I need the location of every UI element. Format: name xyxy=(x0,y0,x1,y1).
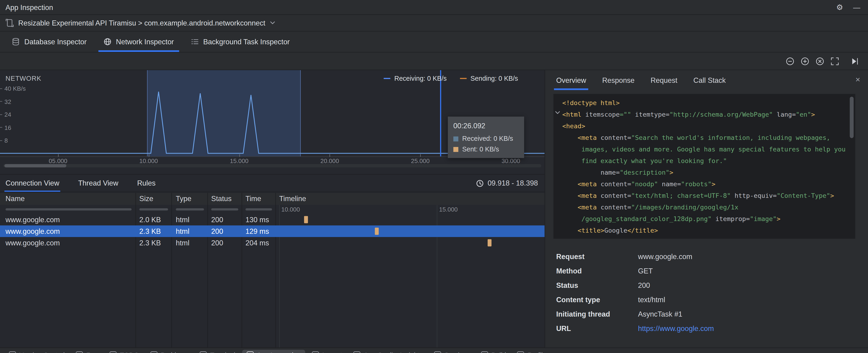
cell-size: 2.0 KB xyxy=(139,216,161,224)
connections-tab-bar: Connection View Thread View Rules 09.918… xyxy=(0,174,545,192)
tool-window-button-logcat[interactable]: Logcat xyxy=(307,350,346,353)
x-axis-tickmark xyxy=(149,154,149,157)
y-axis-tick: 16 xyxy=(0,124,11,131)
tab-database-inspector[interactable]: Database Inspector xyxy=(3,32,95,52)
chart-hscrollbar-thumb[interactable] xyxy=(4,164,66,167)
cell-time: 204 ms xyxy=(246,239,269,247)
process-selector[interactable]: Resizable Experimental API Tiramisu > co… xyxy=(0,15,868,31)
tooltip-received: Received: 0 KB/s xyxy=(453,135,519,142)
column-timeline[interactable]: Timeline xyxy=(279,195,306,203)
tool-window-button-todo[interactable]: TODO xyxy=(105,350,144,353)
detail-value: AsyncTask #1 xyxy=(638,310,682,318)
cell-name: www.google.com xyxy=(6,227,60,235)
column-size[interactable]: Size xyxy=(139,195,153,203)
close-icon[interactable]: × xyxy=(856,75,860,84)
cell-type: html xyxy=(176,239,190,247)
settings-gear-icon[interactable]: ⚙ xyxy=(836,3,843,11)
zoom-to-selection-button[interactable] xyxy=(828,55,841,68)
column-status[interactable]: Status xyxy=(211,195,231,203)
chevron-down-icon xyxy=(270,21,275,25)
cell-time: 130 ms xyxy=(246,216,269,224)
column-scroll-indicator xyxy=(211,208,238,211)
detail-row-method: Method GET xyxy=(556,267,859,275)
url-link[interactable]: https://www.google.com xyxy=(638,324,714,332)
timeline-ruler-label: 10.000 xyxy=(279,206,300,213)
y-axis-tick: 8 xyxy=(0,137,8,144)
zoom-controls xyxy=(783,55,862,68)
zoom-out-button[interactable] xyxy=(783,55,797,68)
inspector-tab-bar: Database Inspector Network Inspector Bac… xyxy=(0,32,868,53)
tab-request[interactable]: Request xyxy=(651,70,677,90)
cell-type: html xyxy=(176,216,190,224)
code-line: <head> xyxy=(562,120,850,132)
chart-tooltip: 00:26.092 Received: 0 KB/s Sent: 0 KB/s xyxy=(448,117,524,158)
detail-row-request: Request www.google.com xyxy=(556,253,859,261)
titlebar: App Inspection ⚙ — xyxy=(0,0,868,15)
tab-label: Response xyxy=(602,76,634,85)
problems-icon xyxy=(150,351,157,353)
tab-response[interactable]: Response xyxy=(602,70,634,90)
tool-window-button-run[interactable]: Run xyxy=(71,350,103,353)
process-selector-label: Resizable Experimental API Tiramisu > co… xyxy=(18,19,266,27)
tab-label: Call Stack xyxy=(693,76,726,85)
cell-type: html xyxy=(176,227,190,235)
detail-value: text/html xyxy=(638,295,665,304)
column-scroll-indicator xyxy=(176,208,204,211)
tool-window-button-services[interactable]: Services xyxy=(429,350,474,353)
minimize-icon[interactable]: — xyxy=(853,3,860,11)
y-axis-tick: 40 KB/s xyxy=(0,85,26,92)
column-scroll-indicator xyxy=(139,208,168,211)
detail-tab-bar: Overview Response Request Call Stack × xyxy=(545,70,868,90)
tool-window-button-terminal[interactable]: Terminal xyxy=(195,350,240,353)
sent-swatch xyxy=(453,147,458,152)
cell-name: www.google.com xyxy=(6,216,60,224)
tool-window-button-version-control[interactable]: Version Control xyxy=(4,350,69,353)
cell-time: 129 ms xyxy=(246,227,269,235)
tab-background-task-inspector[interactable]: Background Task Inspector xyxy=(182,32,298,52)
globe-icon xyxy=(103,38,112,46)
code-scrollbar-thumb[interactable] xyxy=(850,97,854,138)
chart-legend: Receiving: 0 KB/s Sending: 0 KB/s xyxy=(384,75,518,82)
x-axis-label: 10.000 xyxy=(139,158,158,164)
sending-line-swatch xyxy=(460,78,467,79)
table-row[interactable]: www.google.com 2.3 KB html 200 204 ms xyxy=(0,237,545,249)
task-list-icon xyxy=(190,38,199,46)
tool-window-label: Problems xyxy=(161,351,189,353)
table-row[interactable]: www.google.com 2.3 KB html 200 129 ms xyxy=(0,225,545,237)
tab-connection-view[interactable]: Connection View xyxy=(6,174,59,192)
tool-window-button-problems[interactable]: Problems xyxy=(146,350,193,353)
cell-name: www.google.com xyxy=(6,239,60,247)
reset-zoom-button[interactable] xyxy=(813,55,827,68)
tab-label: Overview xyxy=(556,76,586,85)
tab-call-stack[interactable]: Call Stack xyxy=(693,70,726,90)
zoom-in-button[interactable] xyxy=(798,55,812,68)
column-time[interactable]: Time xyxy=(246,195,261,203)
detail-label: Initiating thread xyxy=(556,310,638,318)
tool-window-button-app-quality-insights[interactable]: App Quality Insights xyxy=(349,350,427,353)
detail-value: www.google.com xyxy=(638,253,692,261)
tab-rules[interactable]: Rules xyxy=(137,174,155,192)
request-detail-panel: Overview Response Request Call Stack × <… xyxy=(545,70,868,353)
column-name[interactable]: Name xyxy=(6,195,25,203)
tool-window-button-app-inspection[interactable]: App Inspection xyxy=(242,350,305,353)
chart-toolbar xyxy=(0,53,868,70)
response-preview[interactable]: <!doctype html><html itemscope="" itemty… xyxy=(554,94,856,239)
tool-window-button-build[interactable]: Build xyxy=(476,350,510,353)
chart-hscrollbar-track[interactable] xyxy=(3,164,541,167)
app-inspection-icon xyxy=(246,351,253,353)
version-control-icon xyxy=(9,351,16,353)
detail-label: Request xyxy=(556,253,638,261)
time-range-label: 09.918 - 18.398 xyxy=(488,179,538,187)
timeline-request-marker xyxy=(488,239,492,246)
table-row[interactable]: www.google.com 2.0 KB html 200 130 ms xyxy=(0,214,545,225)
table-header xyxy=(0,193,545,205)
tab-thread-view[interactable]: Thread View xyxy=(78,174,118,192)
connections-panel: Connection View Thread View Rules 09.918… xyxy=(0,174,545,347)
column-type[interactable]: Type xyxy=(176,195,191,203)
jump-to-live-button[interactable] xyxy=(848,55,861,68)
timeline-request-marker xyxy=(375,227,379,235)
tab-network-inspector[interactable]: Network Inspector xyxy=(95,32,182,52)
tool-window-button-profiler[interactable]: Profiler xyxy=(513,350,553,353)
fold-chevron-icon[interactable] xyxy=(555,111,560,114)
tab-overview[interactable]: Overview xyxy=(556,70,586,90)
